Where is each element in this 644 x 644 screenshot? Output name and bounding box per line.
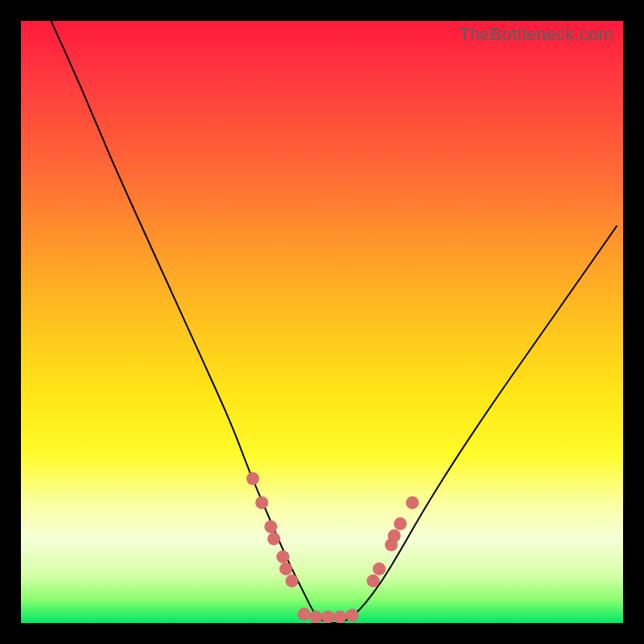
data-point-marker: [298, 608, 311, 621]
data-point-marker: [333, 611, 346, 624]
data-point-marker: [255, 496, 268, 509]
data-point-marker: [394, 518, 407, 530]
data-point-marker: [276, 551, 289, 564]
watermark-text: TheBottleneck.com: [459, 24, 613, 45]
data-point-marker: [322, 611, 335, 624]
data-point-marker: [267, 532, 280, 545]
data-point-marker: [373, 563, 386, 576]
chart-frame: TheBottleneck.com: [0, 0, 644, 644]
plot-area: TheBottleneck.com: [21, 21, 623, 623]
data-point-marker: [246, 473, 259, 485]
data-point-marker: [279, 563, 292, 576]
data-point-marker: [345, 609, 358, 621]
data-point-marker: [264, 520, 277, 533]
bottleneck-curve: [51, 21, 617, 623]
bottleneck-curve-layer: [21, 21, 623, 623]
data-markers: [246, 473, 419, 624]
data-point-marker: [310, 611, 323, 624]
data-point-marker: [367, 575, 380, 588]
data-point-marker: [406, 496, 419, 509]
data-point-marker: [286, 575, 299, 588]
data-point-marker: [388, 530, 401, 543]
